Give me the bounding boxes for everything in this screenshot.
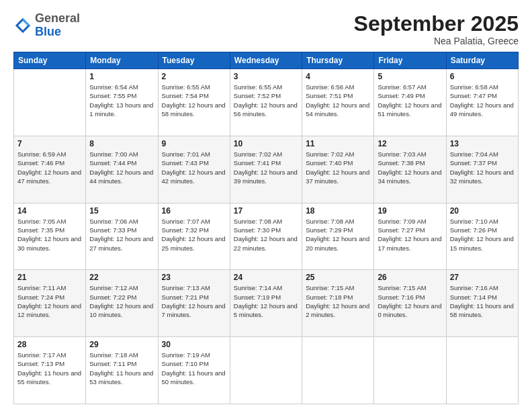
day-number: 16 [162, 206, 226, 216]
day-number: 3 [234, 72, 298, 81]
calendar-cell: 16Sunrise: 7:07 AM Sunset: 7:32 PM Dayli… [158, 203, 230, 270]
month-title: September 2025 [354, 12, 519, 36]
calendar-cell: 4Sunrise: 6:56 AM Sunset: 7:51 PM Daylig… [302, 69, 374, 136]
day-info: Sunrise: 7:06 AM Sunset: 7:33 PM Dayligh… [89, 217, 154, 253]
day-number: 21 [17, 273, 82, 282]
weekday-header-saturday: Saturday [446, 52, 518, 69]
calendar-cell: 12Sunrise: 7:03 AM Sunset: 7:38 PM Dayli… [374, 136, 446, 203]
day-info: Sunrise: 7:15 AM Sunset: 7:16 PM Dayligh… [378, 283, 442, 319]
day-info: Sunrise: 7:17 AM Sunset: 7:13 PM Dayligh… [17, 351, 82, 386]
day-info: Sunrise: 7:09 AM Sunset: 7:27 PM Dayligh… [378, 217, 442, 253]
calendar-cell [446, 337, 518, 404]
calendar-cell: 29Sunrise: 7:18 AM Sunset: 7:11 PM Dayli… [86, 337, 158, 404]
day-info: Sunrise: 6:58 AM Sunset: 7:47 PM Dayligh… [450, 83, 515, 118]
calendar-cell [374, 337, 446, 404]
day-info: Sunrise: 7:01 AM Sunset: 7:43 PM Dayligh… [162, 150, 226, 185]
day-number: 5 [378, 72, 442, 81]
day-info: Sunrise: 7:02 AM Sunset: 7:40 PM Dayligh… [306, 150, 370, 185]
day-number: 29 [89, 340, 154, 349]
day-info: Sunrise: 7:18 AM Sunset: 7:11 PM Dayligh… [89, 351, 154, 386]
day-number: 14 [17, 206, 82, 216]
weekday-header-sunday: Sunday [14, 52, 86, 69]
logo-icon [13, 16, 32, 35]
calendar-cell: 7Sunrise: 6:59 AM Sunset: 7:46 PM Daylig… [14, 136, 86, 203]
calendar-cell: 6Sunrise: 6:58 AM Sunset: 7:47 PM Daylig… [446, 69, 518, 136]
day-number: 25 [306, 273, 370, 282]
day-number: 20 [450, 206, 515, 216]
day-number: 11 [306, 139, 370, 148]
day-info: Sunrise: 6:55 AM Sunset: 7:54 PM Dayligh… [162, 83, 226, 118]
weekday-header-friday: Friday [374, 52, 446, 69]
day-info: Sunrise: 7:15 AM Sunset: 7:18 PM Dayligh… [306, 283, 370, 319]
calendar-cell: 19Sunrise: 7:09 AM Sunset: 7:27 PM Dayli… [374, 203, 446, 270]
page-header: General Blue September 2025 Nea Palatia,… [13, 12, 519, 46]
calendar-cell: 8Sunrise: 7:00 AM Sunset: 7:44 PM Daylig… [86, 136, 158, 203]
day-number: 8 [89, 139, 154, 148]
day-number: 30 [162, 340, 226, 349]
day-info: Sunrise: 7:11 AM Sunset: 7:24 PM Dayligh… [17, 283, 82, 319]
calendar-cell [302, 337, 374, 404]
calendar-cell: 9Sunrise: 7:01 AM Sunset: 7:43 PM Daylig… [158, 136, 230, 203]
title-block: September 2025 Nea Palatia, Greece [354, 12, 519, 46]
calendar-cell: 10Sunrise: 7:02 AM Sunset: 7:41 PM Dayli… [230, 136, 302, 203]
calendar-cell: 28Sunrise: 7:17 AM Sunset: 7:13 PM Dayli… [14, 337, 86, 404]
calendar-cell: 15Sunrise: 7:06 AM Sunset: 7:33 PM Dayli… [86, 203, 158, 270]
calendar-cell: 2Sunrise: 6:55 AM Sunset: 7:54 PM Daylig… [158, 69, 230, 136]
day-number: 24 [234, 273, 298, 282]
calendar-cell: 1Sunrise: 6:54 AM Sunset: 7:55 PM Daylig… [86, 69, 158, 136]
day-number: 12 [378, 139, 442, 148]
logo-general-text: General [35, 11, 80, 25]
calendar-cell: 21Sunrise: 7:11 AM Sunset: 7:24 PM Dayli… [14, 270, 86, 337]
day-number: 26 [378, 273, 442, 282]
day-info: Sunrise: 7:13 AM Sunset: 7:21 PM Dayligh… [162, 283, 226, 319]
calendar-cell: 23Sunrise: 7:13 AM Sunset: 7:21 PM Dayli… [158, 270, 230, 337]
day-info: Sunrise: 7:08 AM Sunset: 7:30 PM Dayligh… [234, 217, 298, 253]
day-number: 27 [450, 273, 515, 282]
day-number: 1 [89, 72, 154, 81]
calendar-cell: 20Sunrise: 7:10 AM Sunset: 7:26 PM Dayli… [446, 203, 518, 270]
logo-blue-text: Blue [35, 25, 61, 38]
calendar-cell [14, 69, 86, 136]
day-number: 6 [450, 72, 515, 81]
location-subtitle: Nea Palatia, Greece [354, 36, 519, 46]
calendar-cell: 25Sunrise: 7:15 AM Sunset: 7:18 PM Dayli… [302, 270, 374, 337]
calendar-cell: 22Sunrise: 7:12 AM Sunset: 7:22 PM Dayli… [86, 270, 158, 337]
day-info: Sunrise: 7:12 AM Sunset: 7:22 PM Dayligh… [89, 283, 154, 319]
calendar-cell: 27Sunrise: 7:16 AM Sunset: 7:14 PM Dayli… [446, 270, 518, 337]
day-info: Sunrise: 7:07 AM Sunset: 7:32 PM Dayligh… [162, 217, 226, 253]
weekday-header-thursday: Thursday [302, 52, 374, 69]
day-info: Sunrise: 7:03 AM Sunset: 7:38 PM Dayligh… [378, 150, 442, 185]
day-info: Sunrise: 7:04 AM Sunset: 7:37 PM Dayligh… [450, 150, 515, 185]
calendar-cell: 30Sunrise: 7:19 AM Sunset: 7:10 PM Dayli… [158, 337, 230, 404]
day-info: Sunrise: 7:14 AM Sunset: 7:19 PM Dayligh… [234, 283, 298, 319]
calendar-cell: 18Sunrise: 7:08 AM Sunset: 7:29 PM Dayli… [302, 203, 374, 270]
calendar-cell: 14Sunrise: 7:05 AM Sunset: 7:35 PM Dayli… [14, 203, 86, 270]
day-info: Sunrise: 7:19 AM Sunset: 7:10 PM Dayligh… [162, 351, 226, 386]
calendar-cell: 24Sunrise: 7:14 AM Sunset: 7:19 PM Dayli… [230, 270, 302, 337]
day-info: Sunrise: 7:00 AM Sunset: 7:44 PM Dayligh… [89, 150, 154, 185]
day-number: 17 [234, 206, 298, 216]
day-info: Sunrise: 6:57 AM Sunset: 7:49 PM Dayligh… [378, 83, 442, 118]
calendar-cell: 17Sunrise: 7:08 AM Sunset: 7:30 PM Dayli… [230, 203, 302, 270]
day-number: 15 [89, 206, 154, 216]
weekday-header-tuesday: Tuesday [158, 52, 230, 69]
day-info: Sunrise: 7:16 AM Sunset: 7:14 PM Dayligh… [450, 283, 515, 319]
day-number: 19 [378, 206, 442, 216]
day-info: Sunrise: 7:05 AM Sunset: 7:35 PM Dayligh… [17, 217, 82, 253]
calendar-cell: 26Sunrise: 7:15 AM Sunset: 7:16 PM Dayli… [374, 270, 446, 337]
day-info: Sunrise: 6:59 AM Sunset: 7:46 PM Dayligh… [17, 150, 82, 185]
day-info: Sunrise: 6:55 AM Sunset: 7:52 PM Dayligh… [234, 83, 298, 118]
day-number: 22 [89, 273, 154, 282]
day-number: 7 [17, 139, 82, 148]
day-number: 23 [162, 273, 226, 282]
day-info: Sunrise: 7:02 AM Sunset: 7:41 PM Dayligh… [234, 150, 298, 185]
calendar-cell [230, 337, 302, 404]
day-info: Sunrise: 6:56 AM Sunset: 7:51 PM Dayligh… [306, 83, 370, 118]
calendar-cell: 5Sunrise: 6:57 AM Sunset: 7:49 PM Daylig… [374, 69, 446, 136]
day-number: 13 [450, 139, 515, 148]
day-number: 4 [306, 72, 370, 81]
logo: General Blue [13, 12, 80, 39]
day-info: Sunrise: 6:54 AM Sunset: 7:55 PM Dayligh… [89, 83, 154, 118]
calendar-cell: 3Sunrise: 6:55 AM Sunset: 7:52 PM Daylig… [230, 69, 302, 136]
day-number: 10 [234, 139, 298, 148]
